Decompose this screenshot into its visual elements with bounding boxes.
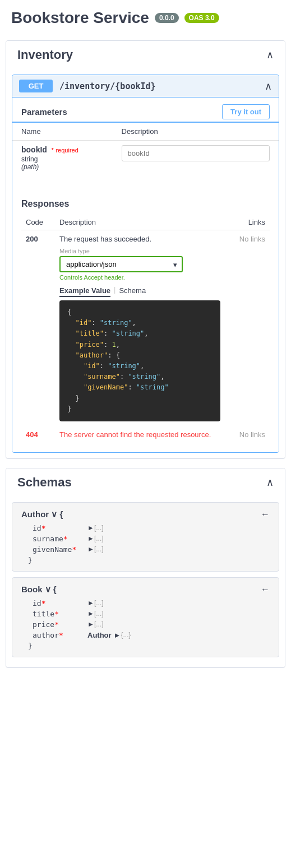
schema-field-id: id*	[33, 524, 83, 532]
expand-text-id: [...]	[94, 524, 104, 532]
tab-example-value[interactable]: Example Value	[59, 285, 110, 297]
schema-book-field-author: author*	[33, 631, 83, 639]
responses-section: Responses Code Description Links 200	[12, 192, 279, 445]
schema-book-price-row: price* ► [...]	[33, 620, 270, 629]
schemas-title: Schemas	[17, 475, 72, 490]
schema-book-author-row: author* Author ► {...}	[33, 631, 270, 639]
schemas-section-header[interactable]: Schemas ∧	[6, 468, 285, 496]
tab-schema[interactable]: Schema	[119, 285, 146, 297]
table-row: bookId * required string (path)	[12, 141, 279, 176]
col-name: Name	[12, 123, 113, 141]
schema-field-givenname: givenName*	[33, 545, 83, 554]
endpoint-chevron: ∧	[265, 80, 272, 92]
schema-book-arrow-btn[interactable]: ←	[257, 583, 273, 596]
code-block: { "id": "string", "title": "string", "pr…	[59, 300, 220, 421]
author-type-link[interactable]: Author	[87, 631, 112, 639]
expand-text-surname: [...]	[94, 535, 104, 542]
col-desc: Description	[55, 215, 225, 230]
params-title: Parameters	[21, 107, 67, 117]
schema-author-givenname-row: givenName* ► [...]	[33, 545, 270, 554]
expand-text-book-title: [...]	[94, 610, 104, 618]
schemas-section: Schemas ∧ ← Author ∨ { id* ► [...] surna…	[6, 468, 285, 668]
responses-title: Responses	[21, 199, 270, 209]
expand-icon-givenname[interactable]: ►	[87, 545, 94, 553]
schema-author-name[interactable]: Author	[21, 509, 49, 519]
schema-book-field-id: id*	[33, 599, 83, 607]
params-table: Name Description bookId * required strin…	[12, 123, 279, 175]
expand-text-book-id: [...]	[94, 599, 104, 607]
expand-icon-book-title[interactable]: ►	[87, 610, 94, 618]
page-title: Bookstore Service	[11, 9, 149, 27]
expand-text-book-price: [...]	[94, 620, 104, 628]
try-it-out-button[interactable]: Try it out	[222, 104, 270, 119]
oas-badge: OAS 3.0	[184, 13, 219, 23]
endpoint-body: Parameters Try it out Name Description b…	[12, 97, 279, 452]
col-code: Code	[21, 215, 55, 230]
expand-dots-author: {...}	[121, 631, 131, 639]
schema-book-id-row: id* ► [...]	[33, 599, 270, 607]
param-required-label: required	[56, 147, 78, 154]
responses-table: Code Description Links 200 The request h…	[21, 215, 270, 443]
expand-icon-book-id[interactable]: ►	[87, 599, 94, 607]
schemas-chevron: ∧	[266, 476, 274, 489]
media-type-wrapper: application/json	[59, 256, 183, 272]
response-404-row: 404 The server cannot find the requested…	[21, 426, 270, 443]
schema-book-title: Book ∨ {	[21, 584, 270, 595]
response-code-404: 404	[21, 426, 55, 443]
media-type-select[interactable]: application/json	[59, 256, 183, 272]
schema-book-field-price: price*	[33, 620, 83, 629]
expand-icon-id[interactable]: ►	[87, 524, 94, 532]
response-404-content: The server cannot find the requested res…	[55, 426, 225, 443]
param-name-cell: bookId * required string (path)	[12, 141, 113, 176]
endpoint-path: /inventory/{bookId}	[59, 81, 265, 91]
schema-author-title: Author ∨ {	[21, 509, 270, 519]
inventory-section: Inventory ∧ GET /inventory/{bookId} ∧ Pa…	[6, 40, 285, 459]
param-required-star: *	[52, 147, 54, 154]
controls-hint: Controls Accept header.	[59, 274, 220, 281]
col-links: Links	[225, 215, 270, 230]
schema-author-arrow-btn[interactable]: ←	[257, 508, 273, 521]
media-type-label: Media type	[59, 248, 220, 254]
schema-author-surname-row: surname* ► [...]	[33, 535, 270, 543]
bookid-input[interactable]	[122, 145, 270, 161]
no-links-404: No links	[239, 430, 265, 439]
no-links-200: No links	[239, 235, 265, 243]
response-200-links: No links	[225, 230, 270, 426]
response-code-200: 200	[21, 230, 55, 426]
page-header: Bookstore Service 0.0.0 OAS 3.0	[0, 0, 291, 31]
expand-text-givenname: [...]	[94, 545, 104, 553]
expand-icon-book-author[interactable]: ►	[114, 631, 121, 639]
example-schema-tabs: Example Value | Schema	[59, 285, 220, 297]
schema-author-brace-close: }	[28, 556, 270, 564]
param-input-cell	[113, 141, 279, 176]
col-description: Description	[113, 123, 279, 141]
version-badge: 0.0.0	[155, 13, 179, 23]
method-badge: GET	[19, 80, 53, 92]
params-header: Parameters Try it out	[12, 98, 279, 123]
endpoint-block: GET /inventory/{bookId} ∧ Parameters Try…	[12, 75, 279, 453]
endpoint-row[interactable]: GET /inventory/{bookId} ∧	[12, 75, 279, 97]
inventory-chevron: ∧	[266, 49, 274, 61]
schema-book-field-title: title*	[33, 610, 83, 618]
schema-author-expand: ∨ {	[51, 509, 63, 519]
schema-book-title-row: title* ► [...]	[33, 610, 270, 618]
schema-field-surname: surname*	[33, 535, 83, 543]
param-type: string	[21, 155, 104, 163]
schema-book-brace-close: }	[28, 642, 270, 650]
schema-author-card: ← Author ∨ { id* ► [...] surname* ► [...…	[12, 502, 279, 572]
expand-icon-book-price[interactable]: ►	[87, 620, 94, 628]
response-200-row: 200 The request has succeeded. Media typ…	[21, 230, 270, 426]
schema-book-expand: ∨ {	[45, 584, 57, 594]
param-location: (path)	[21, 163, 104, 171]
expand-icon-surname[interactable]: ►	[87, 535, 94, 542]
response-404-desc: The server cannot find the requested res…	[59, 430, 211, 439]
response-200-desc: The request has succeeded.	[59, 235, 220, 243]
schema-book-card: ← Book ∨ { id* ► [...] title* ► [...] pr…	[12, 577, 279, 657]
schema-book-name[interactable]: Book	[21, 584, 43, 594]
schema-author-id-row: id* ► [...]	[33, 524, 270, 532]
response-200-content: The request has succeeded. Media type ap…	[55, 230, 225, 426]
response-404-links: No links	[225, 426, 270, 443]
param-name: bookId	[21, 145, 47, 154]
inventory-section-header[interactable]: Inventory ∧	[6, 41, 285, 69]
inventory-title: Inventory	[17, 48, 73, 62]
